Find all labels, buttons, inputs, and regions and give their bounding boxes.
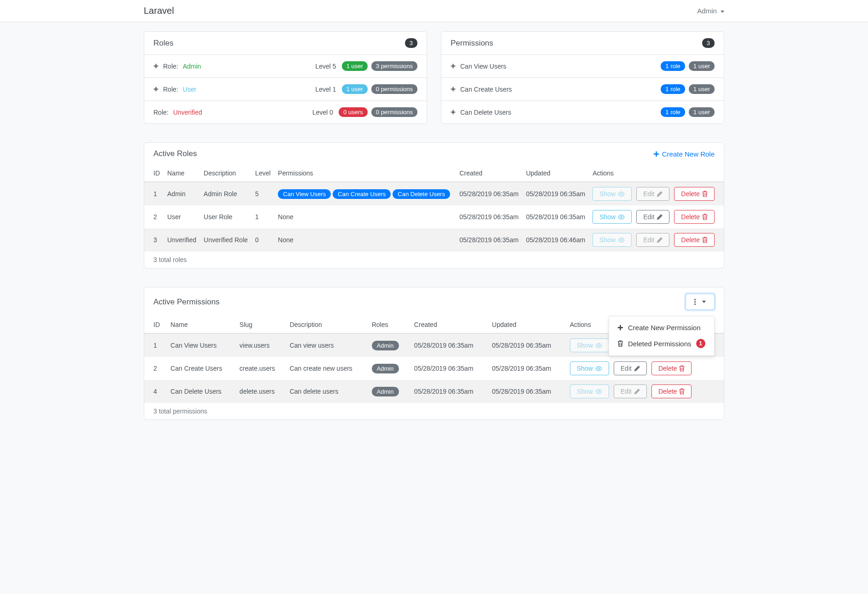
show-button[interactable]: Show [570, 338, 609, 352]
cell-roles: Admin [368, 333, 411, 357]
cell-description: Unverified Role [200, 228, 252, 251]
users-badge: 1 user [342, 84, 368, 94]
edit-button[interactable]: Edit [614, 384, 647, 398]
plus-icon [451, 87, 456, 92]
role-level: Level 0 [312, 109, 333, 116]
edit-button[interactable]: Edit [636, 187, 669, 201]
edit-button[interactable]: Edit [614, 361, 647, 375]
cell-created: 05/28/2019 06:35am [456, 228, 522, 251]
show-button[interactable]: Show [592, 210, 632, 224]
cell-permissions: None [274, 205, 456, 228]
eye-icon [595, 389, 602, 394]
create-permission-label: Create New Permission [628, 324, 701, 332]
roles-card: Roles 3 Role: Admin Level 5 1 user 3 per… [144, 31, 427, 124]
delete-button[interactable]: Delete [674, 187, 714, 201]
cell-slug: delete.users [236, 380, 286, 403]
svg-point-0 [621, 193, 622, 195]
show-button[interactable]: Show [570, 384, 609, 398]
table-header: Created [456, 165, 522, 182]
show-button[interactable]: Show [570, 361, 609, 375]
cell-created: 05/28/2019 06:35am [411, 333, 488, 357]
cell-id: 2 [144, 357, 167, 380]
table-row: 3 Unverified Unverified Role 0 None 05/2… [144, 228, 724, 251]
eye-icon [618, 238, 625, 243]
plus-icon [153, 64, 158, 69]
svg-point-3 [598, 344, 599, 346]
users-badge: 1 user [689, 61, 715, 71]
plus-icon [153, 87, 158, 92]
permissions-badge: 0 permissions [371, 107, 417, 117]
edit-button[interactable]: Edit [636, 233, 669, 247]
role-pill: Admin [372, 387, 399, 396]
active-roles-footer: 3 total roles [144, 251, 724, 268]
role-level: Level 5 [316, 63, 336, 70]
roles-badge: 1 role [661, 61, 685, 71]
admin-dropdown[interactable]: Admin [697, 7, 724, 15]
roles-badge: 1 role [661, 107, 685, 117]
cell-created: 05/28/2019 06:35am [456, 205, 522, 228]
cell-id: 2 [144, 205, 164, 228]
cell-slug: view.users [236, 333, 286, 357]
role-name: Admin [183, 63, 201, 70]
navbar: Laravel Admin [0, 0, 868, 22]
create-new-role-link[interactable]: Create New Role [653, 150, 715, 158]
chevron-down-icon [702, 301, 706, 303]
table-header: ID [144, 316, 167, 333]
cell-level: 1 [252, 205, 274, 228]
table-row: 4 Can Delete Users delete.users Can dele… [144, 380, 724, 403]
role-list-item[interactable]: Role: Admin Level 5 1 user 3 permissions [144, 55, 427, 78]
table-header: Level [252, 165, 274, 182]
cell-slug: create.users [236, 357, 286, 380]
show-button[interactable]: Show [592, 233, 632, 247]
deleted-permissions-item[interactable]: Deleted Permissions 1 [609, 335, 714, 352]
permissions-dropdown-menu: Create New Permission Deleted Permission… [609, 316, 715, 356]
brand-logo[interactable]: Laravel [144, 6, 174, 16]
cell-created: 05/28/2019 06:35am [411, 380, 488, 403]
trash-icon [702, 237, 708, 243]
dots-vertical-icon [694, 299, 696, 305]
svg-point-1 [621, 216, 622, 218]
cell-level: 5 [252, 182, 274, 205]
permission-name: Can Create Users [460, 86, 512, 93]
permissions-count-badge: 3 [702, 38, 715, 48]
cell-permissions: Can View UsersCan Create UsersCan Delete… [274, 182, 456, 205]
permissions-menu-button[interactable] [686, 294, 715, 310]
cell-id: 1 [144, 333, 167, 357]
permission-list-item[interactable]: Can Delete Users 1 role 1 user [441, 101, 724, 123]
trash-icon [679, 388, 685, 395]
admin-label: Admin [697, 7, 717, 15]
trash-icon [679, 365, 685, 372]
users-badge: 1 user [342, 61, 368, 71]
cell-name: Can View Users [167, 333, 236, 357]
show-button[interactable]: Show [592, 187, 632, 201]
table-header: Name [167, 316, 236, 333]
delete-button[interactable]: Delete [651, 384, 692, 398]
permission-list-item[interactable]: Can Create Users 1 role 1 user [441, 78, 724, 101]
role-list-item[interactable]: Role: User Level 1 1 user 0 permissions [144, 78, 427, 101]
plus-icon [653, 151, 659, 157]
no-permissions: None [278, 213, 293, 221]
role-name: Unverified [173, 109, 202, 116]
role-list-item[interactable]: Role: Unverified Level 0 0 users 0 permi… [144, 101, 427, 123]
delete-button[interactable]: Delete [651, 361, 692, 375]
trash-icon [702, 214, 708, 220]
users-badge: 1 user [689, 107, 715, 117]
deleted-permissions-label: Deleted Permissions [628, 340, 692, 348]
cell-name: Can Create Users [167, 357, 236, 380]
roles-count-badge: 3 [405, 38, 417, 48]
delete-button[interactable]: Delete [674, 233, 714, 247]
permission-list-item[interactable]: Can View Users 1 role 1 user [441, 55, 724, 78]
edit-button[interactable]: Edit [636, 210, 669, 224]
cell-roles: Admin [368, 357, 411, 380]
create-new-permission-item[interactable]: Create New Permission [609, 320, 714, 335]
cell-updated: 05/28/2019 06:35am [522, 182, 589, 205]
active-permissions-card: Active Permissions Create New Permission… [144, 287, 724, 420]
delete-button[interactable]: Delete [674, 210, 714, 224]
cell-description: User Role [200, 205, 252, 228]
cell-roles: Admin [368, 380, 411, 403]
role-level: Level 1 [316, 86, 336, 93]
pencil-icon [657, 237, 663, 243]
cell-description: Can view users [286, 333, 368, 357]
table-header: Slug [236, 316, 286, 333]
cell-name: User [164, 205, 200, 228]
